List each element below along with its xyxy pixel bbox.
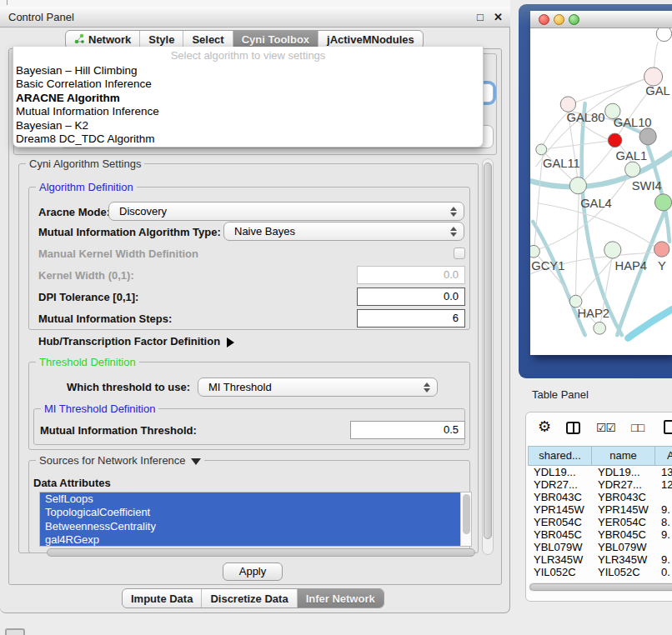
network-node[interactable] (639, 128, 656, 145)
apply-button[interactable]: Apply (223, 562, 283, 581)
tab-style[interactable]: Style (140, 31, 183, 48)
table-cell: YBL079W (592, 541, 655, 553)
table-cell (655, 541, 672, 553)
network-node-gal80[interactable] (560, 97, 575, 112)
network-node[interactable] (594, 322, 606, 334)
network-node-gal1[interactable] (625, 162, 640, 177)
network-edge (548, 141, 609, 148)
table-header: shared...nameA (528, 446, 672, 466)
deselect-all-icon[interactable]: □□ (631, 421, 644, 434)
close-icon[interactable]: ✕ (494, 11, 503, 23)
minimize-traffic-light[interactable] (554, 14, 564, 25)
settings-scroll-area (13, 157, 497, 557)
table-row[interactable]: YIL052CYIL052C0. (528, 566, 672, 578)
float-icon[interactable]: □ (477, 11, 484, 23)
algorithm-option[interactable]: ARACNE Algorithm (13, 92, 483, 105)
network-canvas[interactable]: GALGAL80GAL10GAL11GAL1GAL4SWI4GCY1HAP4YH… (530, 28, 672, 355)
tab-cyni-toolbox[interactable]: Cyni Toolbox (233, 31, 318, 48)
table-cell: YBR043C (528, 491, 592, 503)
column-header[interactable]: A (655, 446, 672, 466)
table-cell: 8. (655, 516, 672, 528)
tab-label: Discretize Data (210, 592, 288, 605)
network-node-swi4[interactable] (654, 194, 671, 211)
table-row[interactable]: YPR145WYPR145W9. (528, 503, 672, 516)
table-rows: YDL19...YDL19...13YDR27...YDR27...12YBR0… (528, 466, 672, 578)
table-row[interactable]: YBL079WYBL079W (528, 541, 672, 553)
minimized-panel-icon[interactable] (5, 628, 25, 635)
network-node[interactable] (656, 28, 671, 42)
column-header[interactable]: name (592, 446, 655, 466)
network-node-hap4[interactable] (604, 242, 621, 258)
screenshot-root: Control Panel □ ✕ NetworkStyleSelectCyni… (0, 0, 672, 635)
network-titlebar (530, 11, 672, 28)
network-node-y[interactable] (654, 242, 669, 257)
table-cell: 13 (655, 466, 672, 478)
table-row[interactable]: YDR27...YDR27...12 (528, 478, 672, 491)
gear-icon[interactable]: ⚙ (538, 419, 551, 434)
table-panel-title: Table Panel (532, 388, 589, 401)
table-row[interactable]: YBR043CYBR043C (528, 491, 672, 503)
table-cell: YBR043C (592, 491, 655, 503)
algorithm-option[interactable]: Mutual Information Inference (13, 105, 483, 118)
network-edge (628, 309, 672, 338)
bottom-tabs: Impute DataDiscretize DataInfer Network (122, 588, 384, 608)
table-cell: 0. (655, 566, 672, 578)
algorithm-option[interactable]: Basic Correlation Inference (13, 78, 483, 91)
tab-jactivemnodules[interactable]: jActiveMNodules (318, 31, 423, 48)
tab-discretize-data[interactable]: Discretize Data (202, 589, 297, 608)
control-panel-titlebar (0, 7, 510, 28)
tab-infer-network[interactable]: Infer Network (298, 589, 384, 608)
network-edge (584, 147, 614, 180)
table-cell: YLR345W (528, 553, 592, 566)
table-cell: 9. (655, 553, 672, 566)
network-node-gal[interactable] (644, 68, 663, 86)
top-tab-notch (7, 0, 8, 5)
table-cell: YBL079W (528, 541, 592, 553)
table-row[interactable]: YER054CYER054C8. (528, 516, 672, 528)
close-traffic-light[interactable] (539, 14, 549, 25)
table-scrollbar-thumb[interactable] (529, 583, 672, 591)
panel-title: Control Panel (8, 11, 74, 23)
table-cell: YDL19... (592, 466, 655, 478)
table-cell: 12 (655, 478, 672, 491)
network-window: GALGAL80GAL10GAL11GAL1GAL4SWI4GCY1HAP4YH… (530, 11, 672, 355)
tab-impute-data[interactable]: Impute Data (123, 589, 202, 608)
top-strip (0, 0, 510, 7)
table-row[interactable]: YLR345WYLR345W9. (528, 553, 672, 566)
network-node-gal11[interactable] (536, 144, 547, 155)
node-label: GAL80 (567, 111, 605, 124)
algorithm-option[interactable]: Bayesian – Hill Climbing (13, 64, 483, 78)
tab-select[interactable]: Select (183, 31, 233, 48)
network-edge (576, 194, 579, 296)
network-edge (580, 258, 613, 297)
table-row[interactable]: YDL19...YDL19...13 (528, 466, 672, 478)
network-node-hap2[interactable] (569, 295, 582, 308)
node-label: GAL11 (543, 157, 580, 170)
columns-icon[interactable] (566, 422, 580, 434)
tab-label: Cyni Toolbox (242, 33, 309, 46)
table-cell: YLR345W (592, 553, 655, 566)
column-header[interactable]: shared... (528, 446, 592, 466)
table-cell: YPR145W (528, 503, 592, 516)
document-icon[interactable] (664, 420, 672, 434)
table-horizontal-scrollbar[interactable] (529, 582, 672, 592)
node-label: HAP4 (615, 259, 647, 272)
algorithm-option[interactable]: Dream8 DC_TDC Algorithm (13, 132, 483, 146)
table-cell: YDR27... (528, 478, 592, 491)
network-node-gcy1[interactable] (530, 245, 539, 258)
network-node-gal4[interactable] (569, 178, 586, 194)
table-panel: ⚙ ☑☑ □□ shared...nameA YDL19...YDL19...1… (525, 412, 672, 602)
node-label: GCY1 (531, 259, 564, 272)
node-label: GAL1 (615, 149, 647, 162)
tab-label: Infer Network (306, 592, 375, 605)
zoom-traffic-light[interactable] (569, 14, 579, 25)
network-edge (538, 203, 667, 256)
algorithm-option[interactable]: Bayesian – K2 (13, 119, 483, 132)
network-node[interactable] (608, 133, 622, 148)
table-cell: YDR27... (592, 478, 655, 491)
tab-network[interactable]: Network (66, 31, 140, 48)
table-row[interactable]: YBR045CYBR045C9. (528, 528, 672, 541)
select-all-icon[interactable]: ☑☑ (596, 421, 615, 434)
table-cell: YER054C (592, 516, 655, 528)
table-cell (655, 491, 672, 503)
